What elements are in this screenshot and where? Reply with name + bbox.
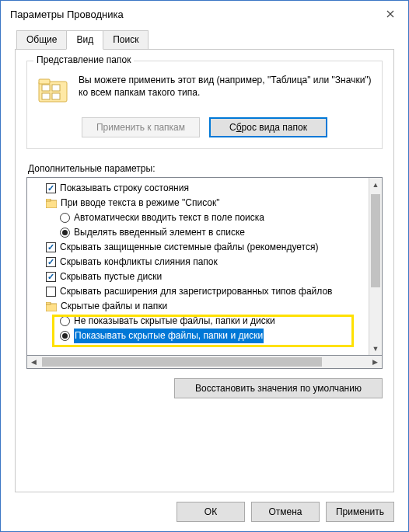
scroll-track[interactable] [369, 191, 382, 342]
svg-rect-1 [39, 79, 50, 84]
tab-search[interactable]: Поиск [103, 30, 149, 49]
folder-icon [46, 199, 57, 208]
selected-label: Показывать скрытые файлы, папки и диски [74, 329, 264, 343]
folder-icon [46, 302, 57, 311]
checkbox-icon[interactable] [46, 183, 56, 193]
svg-rect-5 [52, 93, 60, 99]
folder-views-description: Вы можете применить этот вид (например, … [79, 74, 372, 99]
option-select-typed-item[interactable]: Выделять введенный элемент в списке [32, 225, 369, 240]
tab-strip: Общие Вид Поиск [16, 30, 394, 49]
horizontal-scrollbar[interactable]: ◀ ▶ [26, 356, 383, 369]
group-hidden-files-folders[interactable]: Скрытые файлы и папки [32, 299, 369, 314]
svg-rect-3 [52, 85, 60, 91]
scroll-right-button[interactable]: ▶ [369, 356, 382, 368]
reset-folder-views-button[interactable]: Сброс вида папок [209, 117, 327, 137]
radio-icon[interactable] [60, 228, 70, 238]
apply-button[interactable]: Применить [326, 502, 394, 522]
scroll-left-button[interactable]: ◀ [27, 356, 40, 368]
scroll-thumb[interactable] [371, 194, 380, 287]
scroll-up-button[interactable]: ▲ [369, 178, 382, 191]
svg-rect-2 [42, 85, 50, 91]
advanced-settings-tree[interactable]: Показывать строку состояния При вводе те… [26, 177, 383, 356]
option-hide-protected-os[interactable]: Скрывать защищенные системные файлы (рек… [32, 240, 369, 255]
radio-icon[interactable] [60, 213, 70, 223]
client-area: Общие Вид Поиск Представление папок Вы м… [1, 27, 408, 492]
ok-button[interactable]: ОК [177, 502, 245, 522]
advanced-settings-label: Дополнительные параметры: [28, 163, 383, 174]
option-hide-extensions[interactable]: Скрывать расширения для зарегистрированн… [32, 284, 369, 299]
option-auto-type-search[interactable]: Автоматически вводить текст в поле поиск… [32, 210, 369, 225]
option-dont-show-hidden[interactable]: Не показывать скрытые файлы, папки и дис… [32, 314, 369, 329]
folder-options-window: Параметры Проводника Общие Вид Поиск Пре… [0, 0, 409, 532]
checkbox-icon[interactable] [46, 272, 56, 282]
dialog-button-row: ОК Отмена Применить [1, 492, 408, 531]
radio-icon[interactable] [60, 316, 70, 326]
tab-view[interactable]: Вид [66, 30, 103, 50]
svg-rect-4 [42, 93, 50, 99]
tree-viewport: Показывать строку состояния При вводе те… [27, 178, 369, 355]
hscroll-track[interactable] [40, 356, 369, 368]
checkbox-icon[interactable] [46, 257, 56, 267]
hscroll-thumb[interactable] [42, 357, 322, 367]
option-hide-merge-conflicts[interactable]: Скрывать конфликты слияния папок [32, 255, 369, 269]
group-on-type-in-list[interactable]: При вводе текста в режиме "Список" [32, 196, 369, 210]
apply-to-folders-button: Применить к папкам [82, 117, 200, 137]
close-button[interactable] [374, 3, 407, 25]
svg-rect-7 [46, 199, 51, 201]
window-title: Параметры Проводника [10, 9, 374, 20]
checkbox-icon[interactable] [46, 242, 56, 252]
scroll-down-button[interactable]: ▼ [369, 342, 382, 355]
close-icon [386, 10, 394, 18]
svg-rect-9 [46, 302, 51, 304]
folder-views-legend: Представление папок [33, 54, 134, 65]
checkbox-icon[interactable] [46, 287, 56, 297]
restore-defaults-button[interactable]: Восстановить значения по умолчанию [174, 378, 383, 398]
cancel-button[interactable]: Отмена [251, 502, 320, 522]
folder-views-group: Представление папок Вы можете применить … [26, 61, 383, 149]
vertical-scrollbar[interactable]: ▲ ▼ [369, 178, 382, 355]
option-show-hidden[interactable]: Показывать скрытые файлы, папки и диски [32, 329, 369, 343]
titlebar: Параметры Проводника [1, 1, 408, 27]
folder-icon [37, 74, 69, 106]
option-show-status-bar[interactable]: Показывать строку состояния [32, 181, 369, 196]
radio-icon[interactable] [60, 331, 70, 341]
tab-general[interactable]: Общие [16, 30, 67, 49]
view-tab-page: Представление папок Вы можете применить … [15, 49, 394, 492]
option-hide-empty-drives[interactable]: Скрывать пустые диски [32, 269, 369, 284]
